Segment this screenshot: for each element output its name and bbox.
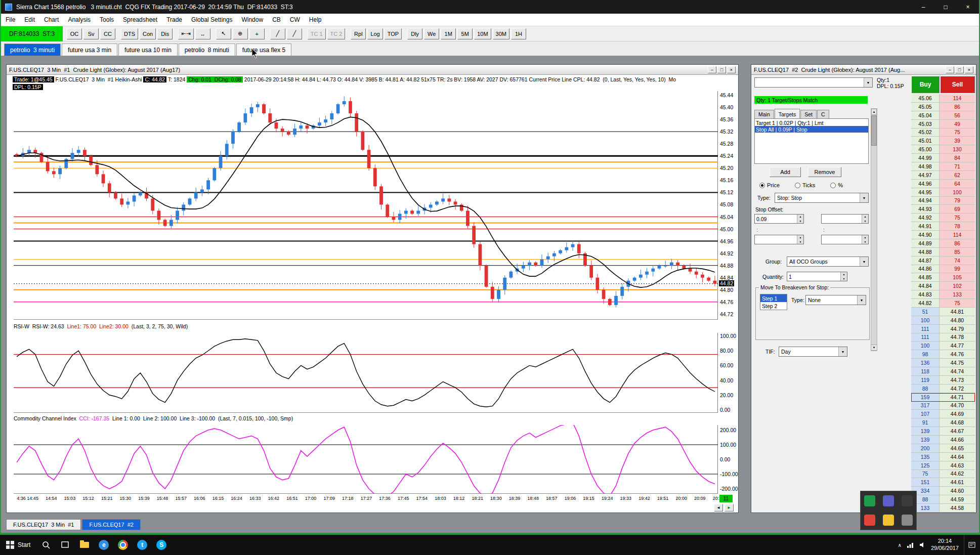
spinner-down-icon[interactable]: ▼ <box>862 219 868 224</box>
window-tab[interactable]: F.US.CLEQ17 #2 <box>82 519 140 530</box>
ladder-ask-qty-cell[interactable]: 49 <box>940 120 975 128</box>
spinner-down-icon[interactable]: ▼ <box>841 277 847 281</box>
ladder-price-cell[interactable]: 44.85 <box>911 273 940 281</box>
ladder-ask-qty-cell[interactable]: 114 <box>940 231 975 239</box>
tray-gray-app-icon[interactable] <box>902 515 913 526</box>
ladder-price-cell[interactable]: 44.97 <box>911 171 940 179</box>
ladder-ask-qty-cell[interactable]: 62 <box>940 171 975 179</box>
ladder-price-cell[interactable]: 44.69 <box>940 410 975 418</box>
ladder-price-cell[interactable]: 45.06 <box>911 94 940 102</box>
task-view-icon[interactable] <box>56 535 75 555</box>
toolbar-1m-button[interactable]: 1M <box>441 28 456 39</box>
tray-green-app-icon[interactable] <box>864 495 875 506</box>
ladder-ask-qty-cell[interactable]: 75 <box>940 214 975 222</box>
ladder-ask-qty-cell[interactable]: 100 <box>940 188 975 196</box>
spinner-buttons[interactable]: ▲▼ <box>862 215 868 223</box>
ladder-price-cell[interactable]: 45.03 <box>911 120 940 128</box>
crosshair-tool-icon[interactable]: + <box>249 28 265 39</box>
spinner-up-icon[interactable]: ▲ <box>797 235 803 240</box>
ladder-price-cell[interactable]: 44.89 <box>911 239 940 247</box>
ladder-price-cell[interactable]: 44.93 <box>911 205 940 213</box>
toolbar-30m-button[interactable]: 30M <box>493 28 509 39</box>
menu-item-chart[interactable]: Chart <box>39 16 63 23</box>
chartbook-tab[interactable]: future usa 10 min <box>118 44 178 56</box>
chart-window-titlebar[interactable]: F.US.CLEQ17 3 Min #1 Crude Light (Globex… <box>7 65 738 75</box>
ladder-price-cell[interactable]: 45.05 <box>911 103 940 111</box>
quantity-spinner[interactable]: 1▲▼ <box>787 272 847 281</box>
spinner-up-icon[interactable]: ▲ <box>862 215 868 219</box>
breakeven-steps-list[interactable]: Step 1Step 2 <box>760 294 787 310</box>
order-row[interactable]: Target 1 | 0.02P | Qty:1 | Lmt <box>755 119 868 126</box>
ladder-price-cell[interactable]: 44.91 <box>911 222 940 230</box>
ladder-price-cell[interactable]: 44.68 <box>940 418 975 426</box>
ladder-price-cell[interactable]: 44.60 <box>940 487 975 495</box>
ladder-bid-qty-cell[interactable]: 51 <box>911 308 940 316</box>
toolbar-10m-button[interactable]: 10M <box>474 28 491 39</box>
stop-type-dropdown[interactable]: Stop: Stop ▼ <box>775 193 869 203</box>
ladder-price-cell[interactable]: 44.76 <box>940 350 975 358</box>
scroll-up-icon[interactable]: ▲ <box>871 109 877 115</box>
scrollbar-thumb[interactable] <box>871 115 877 146</box>
ladder-ask-qty-cell[interactable]: 99 <box>940 265 975 273</box>
toolbar-dly-button[interactable]: Dly <box>407 28 422 39</box>
volume-icon[interactable] <box>919 541 926 548</box>
start-button[interactable]: Start <box>0 535 36 555</box>
ladder-bid-qty-cell[interactable]: 135 <box>911 453 940 461</box>
ladder-price-cell[interactable]: 44.84 <box>911 282 940 290</box>
minimize-icon[interactable]: – <box>946 66 954 73</box>
ladder-price-cell[interactable]: 44.96 <box>911 180 940 188</box>
spinner-down-icon[interactable]: ▼ <box>797 219 803 224</box>
ladder-bid-qty-cell[interactable]: 200 <box>911 444 940 452</box>
ladder-bid-qty-cell[interactable]: 139 <box>911 436 940 444</box>
ladder-ask-qty-cell[interactable]: 85 <box>940 248 975 256</box>
chevron-up-icon[interactable]: ∧ <box>898 542 902 548</box>
trendline-tool-icon[interactable]: ╱ <box>270 28 285 39</box>
tray-yellow-app-icon[interactable] <box>883 515 894 526</box>
ladder-price-cell[interactable]: 44.62 <box>940 470 975 478</box>
action-center-icon[interactable] <box>964 535 977 555</box>
bar-spacing-icon[interactable]: ⇤⇥ <box>178 28 193 39</box>
remove-button[interactable]: Remove <box>808 167 841 177</box>
chartbook-tab[interactable]: future usa flex 5 <box>236 44 291 56</box>
ladder-ask-qty-cell[interactable]: 86 <box>940 239 975 247</box>
close-icon[interactable]: × <box>965 66 973 73</box>
toolbar-cc-button[interactable]: CC <box>100 28 115 39</box>
menu-item-tools[interactable]: Tools <box>95 16 118 23</box>
radio-ticks[interactable]: Ticks <box>795 182 815 188</box>
ladder-bid-qty-cell[interactable]: 91 <box>911 418 940 426</box>
ladder-ask-qty-cell[interactable]: 74 <box>940 257 975 265</box>
ray-tool-icon[interactable]: ╱ <box>287 28 302 39</box>
tif-dropdown[interactable]: Day ▼ <box>779 347 847 357</box>
ladder-bid-qty-cell[interactable]: 118 <box>911 367 940 375</box>
menu-item-cw[interactable]: CW <box>285 16 305 23</box>
chartbook-tab[interactable]: future usa 3 min <box>62 44 117 56</box>
restore-icon[interactable]: □ <box>934 0 957 14</box>
tray-dark-app-icon[interactable] <box>902 495 913 506</box>
account-dropdown[interactable]: ▼ <box>754 77 873 88</box>
ladder-ask-qty-cell[interactable]: 133 <box>940 290 975 298</box>
toolbar-top-button[interactable]: TOP <box>385 28 402 39</box>
extra-offset-spinner-1[interactable]: ▲▼ <box>754 235 804 244</box>
ladder-price-cell[interactable]: 44.90 <box>911 231 940 239</box>
search-icon[interactable] <box>36 535 56 555</box>
toolbar-con-button[interactable]: Con <box>140 28 156 39</box>
ladder-price-cell[interactable]: 44.70 <box>940 402 975 410</box>
ladder-bid-qty-cell[interactable]: 75 <box>911 470 940 478</box>
toolbar-log-button[interactable]: Log <box>367 28 382 39</box>
bar-width-icon[interactable]: ↔ <box>195 28 210 39</box>
stop-offset-spinner[interactable]: 0.09▲▼ <box>754 214 804 224</box>
secondary-offset-spinner[interactable]: ▲▼ <box>821 214 869 224</box>
pointer-tool-icon[interactable]: ↖ <box>216 28 231 39</box>
ladder-ask-qty-cell[interactable]: 105 <box>940 273 975 281</box>
toolbar-1h-button[interactable]: 1H <box>511 28 526 39</box>
toolbar-we-button[interactable]: We <box>424 28 439 39</box>
tray-red-app-icon[interactable] <box>864 515 875 526</box>
breakeven-step-item[interactable]: Step 1 <box>760 294 787 302</box>
ladder-ask-qty-cell[interactable]: 71 <box>940 162 975 170</box>
ladder-price-cell[interactable]: 44.79 <box>940 325 975 333</box>
ladder-bid-qty-cell[interactable]: 98 <box>911 350 940 358</box>
sell-button[interactable]: Sell <box>940 76 975 93</box>
ladder-bid-qty-cell[interactable]: 107 <box>911 410 940 418</box>
ladder-price-cell[interactable]: 44.67 <box>940 427 975 435</box>
radio-button-icon[interactable] <box>830 183 836 188</box>
